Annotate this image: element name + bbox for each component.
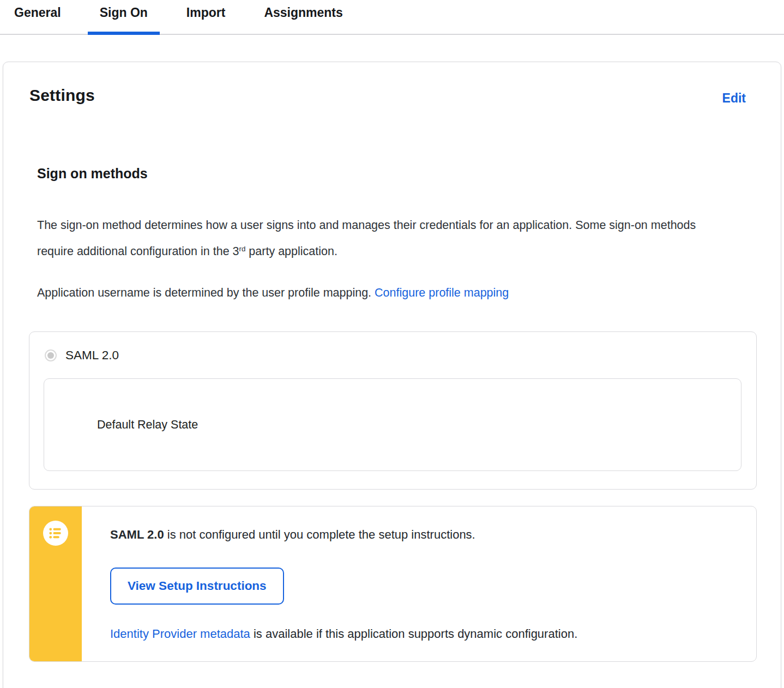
sign-on-methods-heading: Sign on methods <box>3 166 781 182</box>
configure-profile-mapping-link[interactable]: Configure profile mapping <box>375 286 509 299</box>
tab-bar: General Sign On Import Assignments <box>0 0 784 35</box>
tab-general[interactable]: General <box>2 0 73 25</box>
sign-on-description: The sign-on method determines how a user… <box>3 212 712 266</box>
view-setup-instructions-button[interactable]: View Setup Instructions <box>110 568 284 605</box>
edit-link[interactable]: Edit <box>722 91 746 106</box>
identity-provider-metadata-link[interactable]: Identity Provider metadata <box>110 627 250 641</box>
callout-message-rest: is not configured until you complete the… <box>164 528 475 541</box>
saml-method-box: SAML 2.0 Default Relay State <box>29 331 757 490</box>
description-text-end: party application. <box>245 245 337 258</box>
list-icon-glyph <box>47 525 64 541</box>
saml-setup-callout: SAML 2.0 is not configured until you com… <box>29 506 757 662</box>
tab-sign-on[interactable]: Sign On <box>88 0 160 25</box>
username-note: Application username is determined by th… <box>3 280 781 306</box>
saml-radio-row: SAML 2.0 <box>29 332 756 363</box>
default-relay-state-box: Default Relay State <box>44 378 741 471</box>
saml-radio-label: SAML 2.0 <box>65 348 119 363</box>
metadata-note: Identity Provider metadata is available … <box>110 625 734 643</box>
settings-card: Settings Edit Sign on methods The sign-o… <box>3 62 781 688</box>
settings-card-header: Settings Edit <box>3 62 781 106</box>
callout-message: SAML 2.0 is not configured until you com… <box>110 526 734 544</box>
username-note-text: Application username is determined by th… <box>37 286 375 299</box>
list-icon <box>43 521 68 546</box>
callout-content: SAML 2.0 is not configured until you com… <box>82 506 756 661</box>
description-text: The sign-on method determines how a user… <box>37 219 696 258</box>
settings-title: Settings <box>29 86 95 105</box>
metadata-note-rest: is available if this application support… <box>250 627 577 641</box>
tab-assignments[interactable]: Assignments <box>252 0 354 25</box>
tab-import[interactable]: Import <box>174 0 238 25</box>
default-relay-state-label: Default Relay State <box>97 418 198 432</box>
callout-message-bold: SAML 2.0 <box>110 528 164 541</box>
saml-radio[interactable] <box>45 349 57 361</box>
callout-accent-bar <box>29 506 82 661</box>
description-superscript: rd <box>239 245 246 253</box>
